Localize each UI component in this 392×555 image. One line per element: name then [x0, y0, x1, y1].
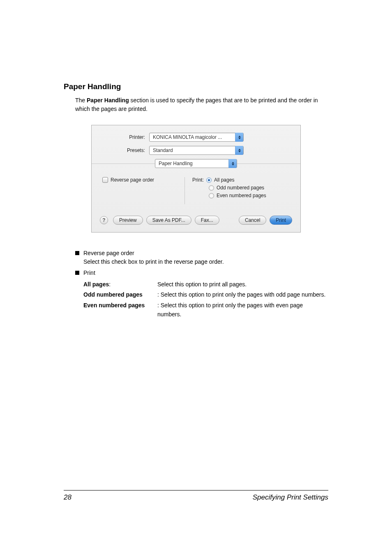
radio-all-label: All pages: [214, 177, 234, 183]
footer-rule: [64, 490, 328, 491]
radio-odd-row[interactable]: Odd numbered pages: [209, 185, 266, 191]
odd-desc: : Select this option to print only the p…: [157, 290, 328, 299]
bullet-reverse-desc: Select this check box to print in the re…: [83, 258, 328, 266]
presets-label: Presets:: [100, 147, 149, 153]
radio-odd-label: Odd numbered pages: [217, 185, 264, 191]
section-divider: Paper Handling: [92, 159, 300, 168]
all-term: All pages: [83, 281, 109, 288]
intro-text-1: The: [75, 97, 87, 104]
reverse-checkbox[interactable]: [102, 177, 108, 183]
bullet-icon: [75, 251, 79, 255]
printer-row: Printer: KONICA MINOLTA magicolor ...: [100, 133, 292, 142]
radio-all-row[interactable]: Print: All pages: [192, 177, 266, 183]
printer-value: KONICA MINOLTA magicolor ...: [150, 134, 235, 140]
help-button[interactable]: ?: [100, 216, 108, 224]
fax-button[interactable]: Fax...: [195, 216, 219, 225]
presets-value: Standard: [150, 147, 235, 153]
radio-odd[interactable]: [209, 185, 214, 191]
presets-row: Presets: Standard: [100, 146, 292, 155]
def-even: Even numbered pages : Select this option…: [83, 301, 328, 319]
all-desc: Select this option to print all pages.: [157, 280, 328, 289]
printer-select[interactable]: KONICA MINOLTA magicolor ...: [149, 133, 244, 142]
chevron-down-icon: [235, 146, 243, 155]
reverse-option[interactable]: Reverse page order: [102, 177, 184, 183]
def-all: All pages: Select this option to print a…: [83, 280, 328, 289]
printer-label: Printer:: [100, 134, 149, 140]
presets-select[interactable]: Standard: [149, 146, 244, 155]
chevron-down-icon: [228, 159, 237, 168]
def-odd: Odd numbered pages : Select this option …: [83, 290, 328, 299]
radio-even[interactable]: [209, 193, 214, 198]
radio-even-row[interactable]: Even numbered pages: [209, 193, 266, 198]
bullet-reverse: Reverse page order Select this check box…: [75, 249, 328, 266]
section-value: Paper Handling: [155, 161, 228, 166]
bullet-print: Print: [75, 269, 328, 277]
odd-term: Odd numbered pages: [83, 291, 143, 298]
page-footer: 28 Specifying Print Settings: [64, 490, 328, 502]
radio-even-label: Even numbered pages: [217, 193, 266, 198]
section-intro: The Paper Handling section is used to sp…: [75, 96, 328, 113]
dialog-button-row: ? Preview Save As PDF... Fax... Cancel P…: [100, 216, 292, 225]
cancel-button[interactable]: Cancel: [239, 216, 266, 225]
even-term: Even numbered pages: [83, 302, 145, 309]
section-select[interactable]: Paper Handling: [155, 159, 237, 168]
print-label: Print:: [192, 177, 204, 183]
save-as-pdf-button[interactable]: Save As PDF...: [146, 216, 191, 225]
bullet-icon: [75, 271, 79, 275]
intro-bold: Paper Handling: [87, 97, 129, 104]
preview-button[interactable]: Preview: [113, 216, 143, 225]
chevron-down-icon: [235, 133, 243, 142]
page-number: 28: [64, 493, 71, 502]
print-button[interactable]: Print: [270, 216, 292, 225]
bullet-print-title: Print: [83, 269, 328, 277]
print-radios: Print: All pages Odd numbered pages Even…: [185, 177, 266, 200]
options-area: Reverse page order Print: All pages Odd …: [100, 174, 292, 216]
reverse-label: Reverse page order: [111, 177, 154, 183]
print-dialog: Printer: KONICA MINOLTA magicolor ... Pr…: [91, 125, 301, 233]
footer-section-name: Specifying Print Settings: [253, 493, 328, 502]
even-desc: : Select this option to print only the p…: [157, 301, 328, 319]
all-colon: :: [109, 281, 111, 288]
section-heading: Paper Handling: [64, 82, 328, 91]
bullet-reverse-title: Reverse page order: [83, 249, 328, 258]
radio-all[interactable]: [206, 177, 212, 183]
